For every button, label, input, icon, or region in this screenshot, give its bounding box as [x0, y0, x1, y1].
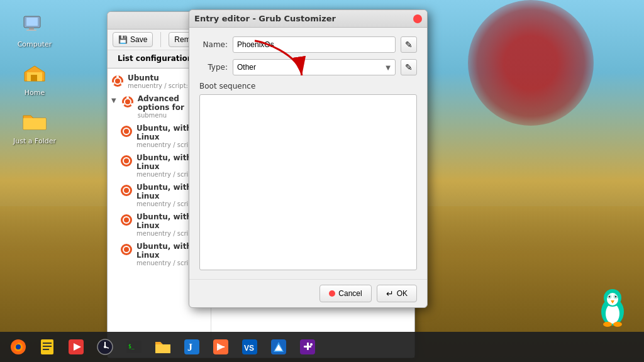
desktop-icon-home[interactable]: Home	[13, 61, 57, 97]
terminal-icon: $_	[125, 338, 143, 356]
sub-entry-icon	[120, 184, 133, 197]
taskbar-terminal[interactable]: $_	[121, 334, 147, 360]
svg-point-10	[121, 82, 123, 85]
clock-icon	[96, 338, 114, 356]
computer-icon	[22, 13, 47, 38]
ok-icon: ↵	[386, 288, 394, 299]
boot-sequence-area	[199, 94, 417, 270]
svg-point-25	[121, 244, 132, 255]
expand-arrow-icon: ▼	[111, 97, 116, 104]
joplin-icon: J	[183, 338, 201, 356]
submenu-icon	[121, 96, 134, 108]
svg-rect-33	[43, 346, 52, 347]
svg-point-67	[603, 322, 612, 327]
svg-rect-5	[31, 75, 37, 81]
notepad-icon	[38, 338, 56, 356]
toolbar-separator	[160, 32, 161, 47]
svg-point-40	[104, 346, 106, 348]
svg-rect-2	[29, 28, 34, 30]
svg-point-21	[121, 185, 132, 196]
sub-entry-icon	[120, 125, 133, 138]
taskbar-clock[interactable]	[92, 334, 118, 360]
penguin-mascot	[596, 287, 630, 329]
edit-icon: ✎	[405, 40, 413, 50]
desktop-icons: Computer Home Just a Folder	[13, 13, 57, 145]
taskbar-store[interactable]	[265, 334, 292, 360]
penguin-icon	[596, 287, 630, 327]
name-label: Name:	[199, 40, 228, 49]
taskbar-sublime[interactable]	[208, 334, 234, 360]
svg-rect-34	[43, 349, 49, 350]
type-select-wrap: Linux Windows Other ▼	[233, 59, 396, 75]
cancel-label: Cancel	[338, 289, 362, 298]
ubuntu-icon	[111, 75, 124, 87]
boot-sequence-label: Boot sequence	[199, 82, 417, 90]
home-icon-label: Home	[25, 89, 45, 97]
sub-entry-icon	[120, 214, 133, 226]
taskbar-gaming[interactable]	[294, 334, 321, 360]
type-label: Type:	[199, 63, 228, 72]
ok-label: OK	[397, 289, 408, 298]
name-input[interactable]	[233, 36, 396, 53]
save-icon: 💾	[118, 35, 128, 44]
files-icon	[154, 338, 172, 356]
sub-entry-icon	[120, 155, 133, 167]
gaming-icon	[299, 338, 316, 356]
vscode-icon: VS	[241, 338, 258, 356]
name-row: Name: ✎	[199, 36, 417, 53]
taskbar-notepad[interactable]	[34, 334, 60, 360]
taskbar-media[interactable]	[63, 334, 89, 360]
svg-point-15	[131, 103, 133, 106]
home-folder-icon	[22, 61, 47, 86]
svg-point-68	[613, 322, 622, 327]
taskbar: $_ J	[0, 332, 644, 362]
firefox-icon	[9, 338, 27, 356]
name-edit-button[interactable]: ✎	[401, 36, 417, 53]
svg-text:$_: $_	[128, 344, 135, 349]
type-row: Type: Linux Windows Other ▼ ✎	[199, 59, 417, 75]
edit-icon: ✎	[405, 62, 413, 72]
taskbar-vscode[interactable]: VS	[236, 334, 263, 360]
folder-icon-label: Just a Folder	[13, 137, 56, 145]
svg-rect-43	[155, 344, 170, 353]
svg-point-23	[121, 214, 132, 226]
folder-icon	[22, 109, 47, 134]
smoke-cloud	[468, 0, 594, 126]
svg-point-14	[126, 96, 129, 99]
desktop-icon-folder[interactable]: Just a Folder	[13, 109, 57, 145]
dialog-close-button[interactable]	[413, 14, 422, 23]
svg-point-30	[16, 344, 21, 349]
dialog-titlebar: Entry editor - Grub Customizer	[189, 10, 427, 28]
svg-point-11	[112, 82, 114, 85]
sublime-icon	[212, 338, 230, 356]
dialog-title: Entry editor - Grub Customizer	[194, 14, 336, 23]
svg-rect-6	[23, 118, 46, 129]
svg-rect-3	[26, 30, 36, 31]
type-select[interactable]: Linux Windows Other	[233, 59, 396, 75]
taskbar-files[interactable]	[150, 334, 176, 360]
desktop: Computer Home Just a Folder	[0, 0, 644, 362]
media-icon	[67, 338, 85, 356]
dialog-footer: Cancel ↵ OK	[189, 279, 427, 307]
cancel-icon	[329, 290, 335, 297]
svg-point-57	[310, 343, 313, 346]
svg-text:J: J	[187, 342, 192, 353]
entry-editor-dialog: Entry editor - Grub Customizer Name: ✎ T…	[189, 9, 428, 308]
svg-point-64	[609, 296, 611, 298]
svg-point-9	[116, 75, 119, 78]
svg-point-16	[122, 103, 125, 106]
svg-point-19	[121, 155, 132, 167]
svg-point-65	[615, 296, 617, 298]
svg-rect-56	[307, 343, 309, 350]
cancel-button[interactable]: Cancel	[319, 285, 371, 302]
svg-rect-1	[26, 18, 38, 26]
svg-point-17	[121, 126, 132, 137]
ok-button[interactable]: ↵ OK	[377, 285, 417, 302]
computer-icon-label: Computer	[18, 40, 52, 48]
save-label: Save	[130, 35, 147, 44]
type-edit-button[interactable]: ✎	[401, 59, 417, 75]
taskbar-firefox[interactable]	[5, 334, 31, 360]
save-button[interactable]: 💾 Save	[113, 32, 153, 47]
desktop-icon-computer[interactable]: Computer	[13, 13, 57, 48]
taskbar-joplin[interactable]: J	[179, 334, 205, 360]
